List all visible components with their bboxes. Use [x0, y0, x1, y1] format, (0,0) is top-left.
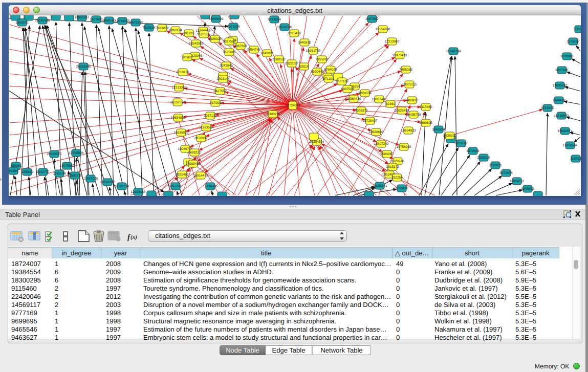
svg-text:3675685: 3675685: [223, 51, 236, 54]
svg-text:8813054: 8813054: [268, 18, 281, 21]
svg-text:16648784: 16648784: [446, 50, 461, 53]
svg-text:8215955: 8215955: [541, 106, 554, 110]
svg-text:2867608: 2867608: [234, 45, 247, 48]
svg-text:18724007: 18724007: [286, 104, 300, 107]
svg-text:9699695: 9699695: [419, 121, 432, 125]
svg-text:12213967: 12213967: [385, 40, 400, 43]
svg-text:9857791: 9857791: [169, 185, 182, 188]
svg-text:7515524: 7515524: [142, 26, 156, 30]
svg-text:1905572: 1905572: [15, 21, 29, 25]
svg-text:1440910: 1440910: [298, 41, 311, 45]
svg-text:7386372: 7386372: [355, 109, 368, 113]
svg-text:15720407: 15720407: [363, 119, 378, 123]
svg-text:15716485: 15716485: [203, 185, 218, 188]
svg-text:19975867: 19975867: [60, 164, 75, 168]
svg-text:16154808: 16154808: [376, 28, 390, 31]
svg-text:1733426: 1733426: [395, 187, 408, 190]
svg-text:2718176: 2718176: [176, 71, 189, 74]
svg-text:7632621: 7632621: [489, 164, 502, 167]
svg-text:16671355: 16671355: [128, 21, 143, 25]
svg-text:1640954: 1640954: [432, 128, 445, 132]
svg-text:6379197: 6379197: [454, 142, 468, 145]
svg-text:15692971: 15692971: [558, 129, 573, 133]
svg-text:1498222: 1498222: [188, 151, 201, 155]
svg-text:17016504: 17016504: [563, 144, 578, 147]
svg-text:16961758: 16961758: [306, 49, 321, 53]
svg-text:6120746: 6120746: [391, 160, 404, 163]
svg-text:6497508: 6497508: [341, 87, 354, 91]
svg-text:15136141: 15136141: [373, 184, 387, 188]
svg-text:20053346: 20053346: [76, 65, 91, 69]
svg-text:16782759: 16782759: [115, 185, 129, 188]
svg-text:1156829: 1156829: [21, 170, 34, 174]
svg-text:10655267: 10655267: [75, 16, 90, 19]
svg-text:16914479: 16914479: [193, 174, 208, 178]
svg-text:20691406: 20691406: [35, 19, 50, 23]
svg-text:1325419: 1325419: [288, 32, 301, 35]
svg-text:10958107: 10958107: [100, 181, 115, 184]
svg-text:2087682: 2087682: [365, 17, 379, 21]
svg-text:8454749: 8454749: [247, 48, 260, 52]
svg-text:7955812: 7955812: [315, 58, 329, 61]
svg-text:6794028: 6794028: [324, 68, 337, 72]
svg-text:8678332: 8678332: [194, 137, 208, 140]
svg-text:16053809: 16053809: [209, 17, 224, 21]
svg-text:1527602: 1527602: [90, 18, 103, 21]
svg-text:9146821: 9146821: [260, 52, 274, 55]
svg-text:1815172: 1815172: [386, 165, 399, 169]
svg-text:9129966: 9129966: [560, 55, 574, 58]
svg-text:8427552: 8427552: [213, 90, 227, 93]
svg-text:3824554: 3824554: [358, 92, 372, 95]
svg-text:2588520: 2588520: [272, 58, 286, 61]
svg-text:9527505: 9527505: [197, 33, 210, 36]
svg-text:2803144: 2803144: [216, 77, 230, 81]
svg-text:12505135: 12505135: [68, 174, 82, 178]
svg-text:116753: 116753: [570, 157, 581, 161]
svg-text:971101: 971101: [323, 77, 334, 81]
svg-text:16107553: 16107553: [170, 101, 185, 104]
svg-text:19218506: 19218506: [277, 26, 292, 29]
svg-text:9242845: 9242845: [220, 64, 233, 68]
svg-text:62615: 62615: [299, 65, 309, 69]
svg-text:19654923: 19654923: [401, 129, 416, 133]
svg-text:10719155: 10719155: [115, 19, 130, 23]
svg-text:13975115: 13975115: [402, 83, 417, 86]
svg-text:9084067: 9084067: [380, 152, 394, 156]
svg-text:(x): (x): [130, 234, 137, 240]
svg-text:16495759: 16495759: [406, 113, 421, 117]
svg-text:10025458: 10025458: [395, 109, 409, 113]
svg-text:9463627: 9463627: [405, 99, 419, 102]
svg-text:6466160: 6466160: [102, 19, 116, 23]
svg-text:7485063: 7485063: [399, 68, 412, 72]
svg-text:19166825: 19166825: [174, 131, 189, 135]
svg-text:417006: 417006: [210, 101, 221, 105]
svg-text:7625402: 7625402: [176, 173, 189, 177]
svg-text:9227342: 9227342: [555, 69, 569, 72]
svg-text:10807487: 10807487: [372, 98, 387, 101]
svg-text:20206575: 20206575: [47, 152, 62, 156]
svg-text:9245652: 9245652: [521, 187, 534, 191]
svg-text:8322037: 8322037: [285, 62, 298, 65]
svg-text:98962: 98962: [183, 56, 192, 59]
svg-text:12093832: 12093832: [553, 84, 568, 87]
svg-text:9860124: 9860124: [169, 29, 182, 32]
svg-text:252254: 252254: [391, 176, 403, 180]
svg-text:1244419: 1244419: [552, 99, 565, 102]
svg-text:11353594: 11353594: [199, 126, 214, 129]
svg-text:9474444: 9474444: [466, 149, 480, 153]
svg-text:16210643: 16210643: [554, 114, 569, 118]
svg-text:8186328: 8186328: [208, 37, 222, 41]
svg-text:10973493: 10973493: [393, 54, 407, 57]
svg-text:16543362: 16543362: [189, 42, 204, 46]
svg-text:7663822: 7663822: [156, 27, 169, 30]
svg-text:25300215: 25300215: [266, 113, 280, 116]
svg-text:2935114: 2935114: [477, 156, 490, 160]
svg-text:1575107: 1575107: [567, 40, 580, 43]
svg-text:11124: 11124: [575, 28, 581, 31]
svg-text:9327508: 9327508: [223, 40, 236, 43]
svg-text:5938923: 5938923: [443, 134, 456, 138]
svg-text:1145194: 1145194: [53, 172, 66, 176]
svg-text:8990448: 8990448: [311, 70, 324, 74]
svg-text:17957225: 17957225: [83, 177, 98, 181]
svg-text:10688609: 10688609: [369, 130, 384, 134]
